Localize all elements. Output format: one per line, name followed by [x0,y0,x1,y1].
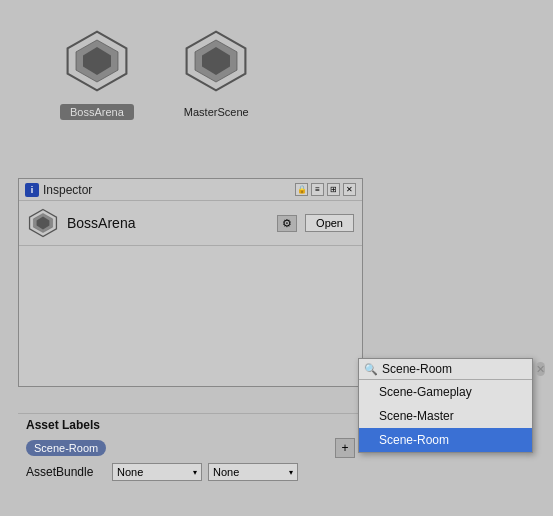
asset-bundle-label: AssetBundle [26,465,106,479]
bossarena-label[interactable]: BossArena [60,104,134,120]
asset-labels-title: Asset Labels [18,414,363,436]
inspector-panel: i Inspector 🔒 ≡ ⊞ ✕ BossArena ⚙ Open [18,178,363,387]
asset-bundle-dropdown1[interactable]: None ▾ [112,463,202,481]
dropdown-arrow1: ▾ [193,468,197,477]
scene-area: BossArena MasterScene [0,0,553,145]
label-add-button[interactable]: + [335,438,355,458]
inspector-content: BossArena ⚙ Open [19,201,362,386]
grid-button[interactable]: ⊞ [327,183,340,196]
inspector-body [19,246,362,386]
inspector-titlebar: i Inspector 🔒 ≡ ⊞ ✕ [19,179,362,201]
search-clear-button[interactable]: ✕ [536,362,545,376]
search-input[interactable] [382,362,532,376]
dropdown-item-master[interactable]: Scene-Master [359,404,532,428]
menu-button[interactable]: ≡ [311,183,324,196]
asset-labels-row: Scene-Room + [18,436,363,460]
search-bar: 🔍 ✕ [359,359,532,380]
asset-name: BossArena [67,215,269,231]
dropdown-arrow2: ▾ [289,468,293,477]
inspector-title: Inspector [43,183,291,197]
asset-bundle-dropdown2[interactable]: None ▾ [208,463,298,481]
asset-unity-logo [27,207,59,239]
label-tag-sceneroom[interactable]: Scene-Room [26,440,106,456]
search-icon: 🔍 [364,363,378,376]
inspector-icon: i [25,183,39,197]
gear-button[interactable]: ⚙ [277,215,297,232]
lock-button[interactable]: 🔒 [295,183,308,196]
dropdown-item-sceneroom[interactable]: Scene-Room [359,428,532,452]
close-button[interactable]: ✕ [343,183,356,196]
masterscene-label[interactable]: MasterScene [174,104,259,120]
unity-logo-bossarena [62,26,132,96]
asset-bundle-row: AssetBundle None ▾ None ▾ [18,460,363,484]
unity-logo-masterscene [181,26,251,96]
titlebar-buttons: 🔒 ≡ ⊞ ✕ [295,183,356,196]
asset-labels-section: Asset Labels Scene-Room + AssetBundle No… [18,413,363,484]
dropdown-item-sceneroom-wrapper: ✓ Scene-Room [359,428,532,452]
search-popup: 🔍 ✕ Scene-Gameplay Scene-Master ✓ Scene-… [358,358,533,453]
scene-item-masterscene[interactable]: MasterScene [174,26,259,120]
inspector-header: BossArena ⚙ Open [19,201,362,246]
scene-item-bossarena[interactable]: BossArena [60,26,134,120]
open-button[interactable]: Open [305,214,354,232]
dropdown-item-gameplay[interactable]: Scene-Gameplay [359,380,532,404]
